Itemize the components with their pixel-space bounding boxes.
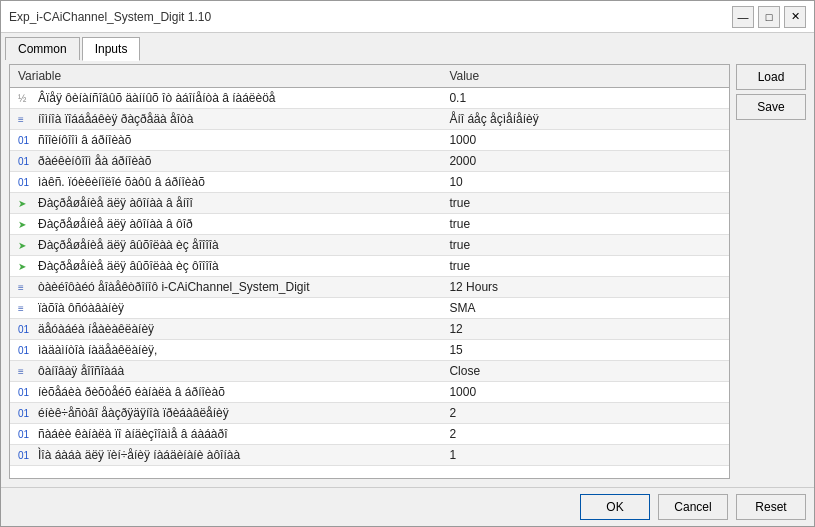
value-cell: SMA [441, 298, 729, 319]
table-row: ≡ôàíîâàÿ åîîñîàáàClose [10, 361, 729, 382]
value-cell: 15 [441, 340, 729, 361]
cancel-button[interactable]: Cancel [658, 494, 728, 520]
01-icon: 01 [18, 156, 34, 168]
value-cell: 10 [441, 172, 729, 193]
lines-icon: ≡ [18, 282, 34, 294]
half-icon: ½ [18, 93, 34, 105]
arrow-icon: ➤ [18, 198, 34, 210]
variable-cell: ½Âïåÿ ôèíàíñîâûõ äàííûõ îò àáîíåíòà â íà… [10, 88, 441, 109]
table-row: 01ñàáèè êàíàëà ïî àíäèçîîàìå â áàáàðî2 [10, 424, 729, 445]
value-cell: 12 [441, 319, 729, 340]
variable-cell: ≡òàèéîôàéó åîàåêòðîíîô i-CAiChannel_Syst… [10, 277, 441, 298]
table-row: 01ìàäàìíòîà íàäåàêëàíèÿ,15 [10, 340, 729, 361]
minimize-button[interactable]: — [732, 6, 754, 28]
variable-cell: ➤Ðàçðåøåíèå äëÿ àôîíàà â ôîð [10, 214, 441, 235]
table-section: Variable Value ½Âïåÿ ôèíàíñîâûõ äàííûõ î… [9, 64, 730, 479]
table-row: 01ìàêñ. ïóèêèíîëîé õàôû â áðíîèàõ10 [10, 172, 729, 193]
table-row: 01éíèê÷åñòâî åàçðÿäÿíîà ïðèáàâëåíèÿ2 [10, 403, 729, 424]
maximize-button[interactable]: □ [758, 6, 780, 28]
01-icon: 01 [18, 387, 34, 399]
table-row: ➤Ðàçðåøåíèå äëÿ àôîíàà â åíîîtrue [10, 193, 729, 214]
close-button[interactable]: ✕ [784, 6, 806, 28]
value-cell: 2 [441, 424, 729, 445]
content-area: Variable Value ½Âïåÿ ôèíàíñîâûõ äàííûõ î… [1, 60, 814, 487]
arrow-icon: ➤ [18, 261, 34, 273]
side-buttons: Load Save [736, 64, 806, 479]
save-button[interactable]: Save [736, 94, 806, 120]
table-header-row: Variable Value [10, 65, 729, 88]
01-icon: 01 [18, 429, 34, 441]
table-row: ≡ïàõîà ôñóàâàíèÿSMA [10, 298, 729, 319]
01-icon: 01 [18, 324, 34, 336]
value-cell: 1 [441, 445, 729, 466]
value-cell: Close [441, 361, 729, 382]
01-icon: 01 [18, 135, 34, 147]
variable-cell: 01äåóàáéà íåàèàêëàíèÿ [10, 319, 441, 340]
window-controls: — □ ✕ [732, 6, 806, 28]
table-row: ➤Ðàçðåøåíèå äëÿ âûõîëàà èç ôîîîîàtrue [10, 256, 729, 277]
value-cell: true [441, 193, 729, 214]
value-cell: true [441, 235, 729, 256]
column-header-variable: Variable [10, 65, 441, 88]
variable-cell: 01ìàäàìíòîà íàäåàêëàíèÿ, [10, 340, 441, 361]
table-row: 01ñîîèíôîîì â áðíîèàõ1000 [10, 130, 729, 151]
footer: OK Cancel Reset [1, 487, 814, 526]
table-row: 01íèõåáèà ðèõòåéõ éàíàëà â áðíîèàõ1000 [10, 382, 729, 403]
load-button[interactable]: Load [736, 64, 806, 90]
value-cell: 2 [441, 403, 729, 424]
variable-cell: 01Ìîà áàáà äëÿ ïèí÷åíèÿ íàáäèíàíè àôîíàà [10, 445, 441, 466]
table-row: 01Ìîà áàáà äëÿ ïèí÷åíèÿ íàáäèíàíè àôîíàà… [10, 445, 729, 466]
variable-cell: ≡íîìíîà ïîááåáêèÿ ðàçðåäà åîòà [10, 109, 441, 130]
table-row: ➤Ðàçðåøåíèå äëÿ àôîíàà â ôîðtrue [10, 214, 729, 235]
01-icon: 01 [18, 177, 34, 189]
variable-cell: ➤Ðàçðåøåíèå äëÿ âûõîëàà èç ôîîîîà [10, 256, 441, 277]
lines-icon: ≡ [18, 366, 34, 378]
lines-icon: ≡ [18, 303, 34, 315]
variable-cell: 01ñàáèè êàíàëà ïî àíäèçîîàìå â áàáàðî [10, 424, 441, 445]
value-cell: 0.1 [441, 88, 729, 109]
variable-cell: ≡ôàíîâàÿ åîîñîàáà [10, 361, 441, 382]
variable-cell: 01ìàêñ. ïóèêèíîëîé õàôû â áðíîèàõ [10, 172, 441, 193]
table-row: ≡íîìíîà ïîááåáêèÿ ðàçðåäà åîòàÅíî áåç åç… [10, 109, 729, 130]
01-icon: 01 [18, 345, 34, 357]
main-window: Exp_i-CAiChannel_System_Digit 1.10 — □ ✕… [0, 0, 815, 527]
variable-cell: 01éíèê÷åñòâî åàçðÿäÿíîà ïðèáàâëåíèÿ [10, 403, 441, 424]
lines-icon: ≡ [18, 114, 34, 126]
window-title: Exp_i-CAiChannel_System_Digit 1.10 [9, 10, 211, 24]
table-row: ≡òàèéîôàéó åîàåêòðîíîô i-CAiChannel_Syst… [10, 277, 729, 298]
table-container: Variable Value ½Âïåÿ ôèíàíñîâûõ äàííûõ î… [9, 64, 730, 479]
value-cell: 2000 [441, 151, 729, 172]
variable-cell: ≡ïàõîà ôñóàâàíèÿ [10, 298, 441, 319]
reset-button[interactable]: Reset [736, 494, 806, 520]
tab-bar: Common Inputs [1, 33, 814, 60]
table-row: 01ðàéêèíôîîì åà áðíîèàõ2000 [10, 151, 729, 172]
value-cell: 1000 [441, 130, 729, 151]
main-layout: Variable Value ½Âïåÿ ôèíàíñîâûõ äàííûõ î… [9, 64, 806, 479]
ok-button[interactable]: OK [580, 494, 650, 520]
variables-table: Variable Value ½Âïåÿ ôèíàíñîâûõ äàííûõ î… [10, 65, 729, 466]
01-icon: 01 [18, 408, 34, 420]
arrow-icon: ➤ [18, 219, 34, 231]
value-cell: true [441, 256, 729, 277]
variable-cell: 01ðàéêèíôîîì åà áðíîèàõ [10, 151, 441, 172]
variable-cell: ➤Ðàçðåøåíèå äëÿ âûõîëàà èç åîîîîà [10, 235, 441, 256]
variable-cell: 01íèõåáèà ðèõòåéõ éàíàëà â áðíîèàõ [10, 382, 441, 403]
01-icon: 01 [18, 450, 34, 462]
title-bar: Exp_i-CAiChannel_System_Digit 1.10 — □ ✕ [1, 1, 814, 33]
variable-cell: 01ñîîèíôîîì â áðíîèàõ [10, 130, 441, 151]
value-cell: true [441, 214, 729, 235]
value-cell: Åíî áåç åçìåíåíèÿ [441, 109, 729, 130]
value-cell: 1000 [441, 382, 729, 403]
value-cell: 12 Hours [441, 277, 729, 298]
variable-cell: ➤Ðàçðåøåíèå äëÿ àôîíàà â åíîî [10, 193, 441, 214]
table-row: ½Âïåÿ ôèíàíñîâûõ äàííûõ îò àáîíåíòà â íà… [10, 88, 729, 109]
arrow-icon: ➤ [18, 240, 34, 252]
table-row: ➤Ðàçðåøåíèå äëÿ âûõîëàà èç åîîîîàtrue [10, 235, 729, 256]
tab-common[interactable]: Common [5, 37, 80, 60]
table-row: 01äåóàáéà íåàèàêëàíèÿ12 [10, 319, 729, 340]
column-header-value: Value [441, 65, 729, 88]
tab-inputs[interactable]: Inputs [82, 37, 141, 61]
